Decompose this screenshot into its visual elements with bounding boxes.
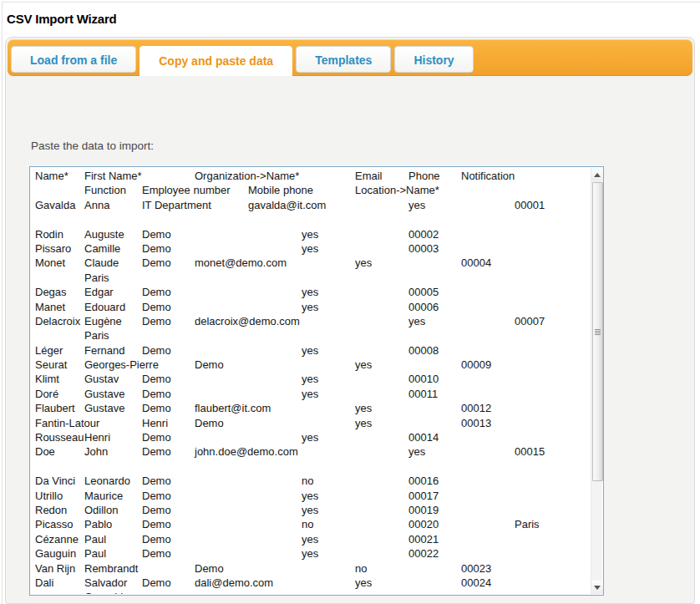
scrollbar-thumb[interactable] (592, 182, 603, 481)
textarea-line: DegasEdgarDemoyes00005 (31, 286, 591, 300)
textarea-line: GauguinPaulDemoyes00022 (31, 547, 591, 561)
textarea-line: FlaubertGustaveDemoflaubert@it.comyes000… (31, 402, 591, 416)
top-divider (2, 2, 700, 3)
textarea-line: FunctionEmployee numberMobile phoneLocat… (31, 184, 591, 198)
textarea-line: RodinAugusteDemoyes00002 (31, 228, 591, 242)
textarea-line: DaliSalvadorDemodali@demo.comyes00024 (31, 576, 591, 591)
textarea-line: RedonOdillonDemoyes00019 (31, 504, 591, 518)
tab-load-from-a-file[interactable]: Load from a file (11, 46, 136, 73)
textarea-line: Da VinciLeonardoDemono00016 (31, 475, 591, 489)
textarea-line: DoréGustaveDemoyes00011 (31, 388, 591, 402)
textarea-line: Van RijnRembrandtDemono00023 (31, 562, 591, 576)
up-arrow-icon (594, 173, 601, 177)
textarea-line: PissaroCamilleDemoyes00003 (31, 242, 591, 256)
textarea-line: ManetEdouardDemoyes00006 (31, 301, 591, 315)
textarea-line: Name*First Name*Organization->Name*Email… (31, 170, 591, 184)
textarea-line: Grenoble (31, 591, 591, 594)
paste-textarea[interactable]: Name*First Name*Organization->Name*Email… (29, 166, 604, 596)
textarea-line: Paris (31, 329, 591, 343)
textarea-line: CézannePaulDemoyes00021 (31, 533, 591, 547)
down-arrow-icon (594, 586, 601, 590)
textarea-line: UtrilloMauriceDemoyes00017 (31, 490, 591, 504)
textarea-line (31, 213, 591, 227)
textarea-line: GavaldaAnnaIT Departmentgavalda@it.comye… (31, 199, 591, 213)
scrollbar-down-button[interactable] (591, 581, 603, 594)
tab-copy-and-paste-data[interactable]: Copy and paste data (139, 46, 292, 76)
textarea-line: RousseauHenriDemoyes00014 (31, 431, 591, 445)
scrollbar[interactable] (591, 168, 602, 594)
paste-label: Paste the data to import: (31, 140, 154, 152)
textarea-line: MonetClaudeDemomonet@demo.comyes00004 (31, 256, 591, 271)
content-panel: Load from a fileCopy and paste dataTempl… (5, 37, 695, 604)
textarea-line: PicassoPabloDemono00020Paris (31, 518, 591, 532)
paste-textarea-content: Name*First Name*Organization->Name*Email… (31, 167, 591, 594)
textarea-line: Fantin-LatourHenriDemoyes00013 (31, 417, 591, 431)
textarea-line (31, 460, 591, 475)
textarea-line: DelacroixEugèneDemodelacroix@demo.comyes… (31, 315, 591, 329)
textarea-line: Paris (31, 272, 591, 286)
left-divider (2, 2, 3, 604)
tab-history[interactable]: History (394, 46, 473, 73)
textarea-line: DoeJohnDemojohn.doe@demo.comyes00015 (31, 445, 591, 459)
tab-templates[interactable]: Templates (296, 46, 391, 73)
textarea-line: KlimtGustavDemoyes00010 (31, 373, 591, 387)
textarea-line: SeuratGeorges-PierreDemoyes00009 (31, 358, 591, 373)
thumb-grip-icon (595, 329, 601, 335)
tab-strip: Load from a fileCopy and paste dataTempl… (8, 39, 692, 76)
scrollbar-up-button[interactable] (591, 168, 603, 181)
textarea-line: LégerFernandDemoyes00008 (31, 344, 591, 358)
page-title: CSV Import Wizard (7, 12, 116, 26)
